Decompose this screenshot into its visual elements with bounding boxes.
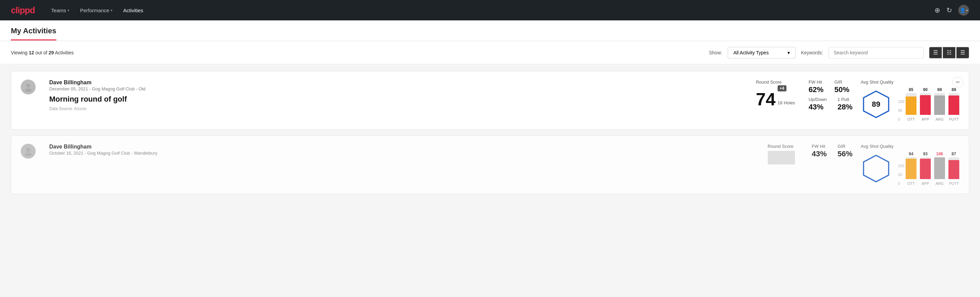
fw-gir-stats: FW Hit 43% GIR 56% [812,144,853,158]
viewing-total: 29 [49,50,54,55]
nav-item-performance[interactable]: Performance ▾ [80,1,112,20]
search-input[interactable] [829,47,924,59]
card-source: Data Source: Arccos [49,106,748,111]
avg-shot-quality-label: Avg Shot Quality [861,144,959,149]
nav-right: ⊕ ↻ 👤 ▾ [934,5,969,16]
bar-col-app: 93 APP [920,152,931,185]
y-axis: 100 50 0 [898,164,906,185]
score-placeholder [768,151,795,164]
stat-pair-top: FW Hit 43% GIR 56% [812,144,853,158]
activity-card: Dave Billingham October 16, 2021 - Gog M… [11,135,969,194]
avatar [21,80,36,94]
shot-quality-section: Avg Shot Quality 100 50 0 [861,144,959,185]
svg-marker-6 [864,155,889,182]
cards-container: Dave Billingham December 05, 2021 - Gog … [0,64,980,201]
page-title: My Activities [11,27,56,40]
avatar-chevron: ▾ [966,8,968,12]
activity-card: Dave Billingham December 05, 2021 - Gog … [11,71,969,130]
card-info: Dave Billingham December 05, 2021 - Gog … [49,80,748,111]
bar-col-putt: 89 PUTT [948,87,959,121]
card-stats: Round Score FW Hit 43% GIR 56% [768,144,853,164]
activity-type-dropdown[interactable]: All Activity Types ▾ [728,47,795,59]
shot-quality-section: Avg Shot Quality 89 100 50 [861,80,959,121]
svg-point-5 [25,153,32,156]
filter-bar: Viewing 12 out of 29 Activities Show: Al… [0,42,980,64]
round-score-group: Round Score [768,144,798,164]
round-score-label: Round Score [756,80,795,85]
round-score-block: 74 +4 18 Holes [756,85,795,108]
show-label: Show: [709,50,722,55]
bar-col-app: 90 APP [920,87,931,121]
nav-item-activities[interactable]: Activities [123,1,143,20]
person-icon [24,147,33,156]
chevron-down-icon: ▾ [111,8,112,12]
bar-chart: 100 50 0 85 OTT [898,87,959,121]
score-holes: 18 Holes [778,100,795,105]
bar-col-arg: 106 ARG [934,152,945,185]
updown-stat: Up/Down 43% [808,97,827,112]
svg-text:89: 89 [872,100,880,109]
shot-quality-block: Avg Shot Quality 89 100 50 [861,80,959,121]
viewing-text: Viewing 12 out of 29 Activities [11,50,74,55]
gir-stat: GIR 50% [834,80,849,94]
page-header: My Activities [0,21,980,41]
card-left [21,144,41,159]
fw-hit-stat: FW Hit 43% [812,144,827,158]
grid-view-button[interactable]: ☷ [943,47,956,59]
card-date-location: December 05, 2021 - Gog Magog Golf Club … [49,86,748,91]
card-left [21,80,41,94]
svg-point-1 [25,88,32,92]
fw-hit-stat: FW Hit 62% [808,80,824,94]
add-icon[interactable]: ⊕ [934,6,940,14]
score-badge: +4 [778,85,786,91]
refresh-icon[interactable]: ↻ [947,6,952,14]
person-icon [24,82,33,92]
svg-point-4 [26,148,30,152]
bar-chart: 100 50 0 94 OTT [898,152,959,185]
hexagon: 89 [861,89,891,120]
hex-shape-icon: 89 [861,90,891,119]
dropdown-chevron-icon: ▾ [788,50,790,55]
navbar: clippd Teams ▾ Performance ▾ Activities … [0,0,980,21]
svg-point-0 [26,84,30,88]
bar-columns: 85 OTT 90 [906,87,959,121]
stat-pair-bottom: Up/Down 43% 1 Putt 28% [808,97,853,112]
list-compact-view-button[interactable]: ☰ [929,47,942,59]
nav-item-teams[interactable]: Teams ▾ [51,1,69,20]
gir-stat: GIR 56% [838,144,853,158]
card-user-name: Dave Billingham [49,144,760,150]
card-stats: Round Score 74 +4 18 Holes FW Hit 62% [756,80,853,112]
logo[interactable]: clippd [11,5,35,16]
bar-col-ott: 85 OTT [906,87,916,121]
card-date-location: October 16, 2021 - Gog Magog Golf Club -… [49,150,760,156]
fw-gir-stats: FW Hit 62% GIR 50% Up/Down 43% 1 Putt [808,80,853,112]
card-info: Dave Billingham October 16, 2021 - Gog M… [49,144,760,156]
round-score-group: Round Score 74 +4 18 Holes [756,80,795,108]
edit-button[interactable]: ✏ [953,77,963,88]
card-user-name: Dave Billingham [49,80,748,86]
round-score-label: Round Score [768,144,798,149]
bar-col-arg: 89 ARG [934,87,945,121]
view-toggles: ☰ ☷ ☰ [929,47,969,59]
list-detail-view-button[interactable]: ☰ [956,47,969,59]
user-avatar-button[interactable]: 👤 ▾ [958,5,969,16]
avatar [21,144,36,159]
shot-quality-block: Avg Shot Quality 100 50 0 [861,144,959,185]
stat-pair-top: FW Hit 62% GIR 50% [808,80,853,94]
chevron-down-icon: ▾ [68,8,69,12]
bar-col-putt: 87 PUTT [948,152,959,185]
card-activity-title: Morning round of golf [49,95,748,104]
hexagon [861,153,891,184]
bar-col-ott: 94 OTT [906,152,916,185]
avg-shot-quality-label: Avg Shot Quality [861,80,959,85]
bar-columns: 94 OTT 93 APP [906,152,959,185]
y-axis: 100 50 0 [898,99,906,121]
one-putt-stat: 1 Putt 28% [838,97,853,112]
keywords-label: Keywords: [801,50,823,55]
avatar-icon: 👤 [959,8,966,13]
hex-shape-icon [861,154,891,183]
round-score-value: 74 [756,90,776,108]
viewing-count: 12 [29,50,34,55]
